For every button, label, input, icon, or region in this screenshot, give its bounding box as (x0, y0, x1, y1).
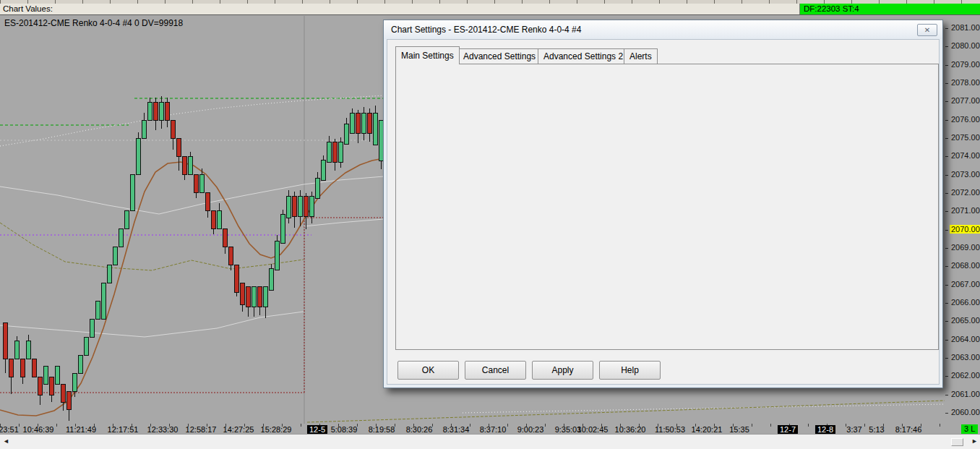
time-axis-label: 23:51 (0, 425, 19, 434)
price-tick (945, 46, 948, 47)
price-tick (945, 266, 948, 267)
dialog-titlebar: Chart Settings - ES-201412-CME Renko 4-0… (384, 20, 942, 39)
price-tick (945, 193, 948, 194)
price-scale-label: 2072.00 (950, 188, 980, 197)
price-scale[interactable]: 2081.002080.002079.002078.002077.002076.… (945, 16, 980, 424)
price-scale-label: 2073.00 (950, 170, 980, 179)
price-scale-label: 2067.00 (950, 280, 980, 288)
price-tick (945, 138, 948, 139)
close-icon[interactable]: ✕ (917, 24, 937, 36)
chart-values-label: Chart Values: (3, 4, 53, 13)
time-axis-label: 12:17:51 (108, 425, 139, 434)
price-scale-label: 2060.00 (950, 408, 980, 416)
price-tick (945, 101, 948, 102)
price-scale-label: 2076.00 (950, 115, 980, 124)
time-axis-label: 8:17:46 (895, 425, 922, 434)
last-price-label: 2070.00 (950, 225, 980, 234)
dialog-title: Chart Settings - ES-201412-CME Renko 4-0… (391, 25, 581, 35)
time-axis: 3 L 23:5110:46:3911:21:4912:17:5112:33:3… (0, 424, 980, 434)
dialog-client-area: Main Settings Advanced Settings Advanced… (387, 39, 940, 385)
time-axis-label: 15:35 (729, 425, 749, 434)
price-scale-label: 2064.00 (950, 335, 980, 343)
tab-alerts[interactable]: Alerts (624, 48, 658, 64)
olive-bottom (307, 401, 945, 422)
scrollbar-thumb[interactable] (951, 438, 963, 446)
lightgray-ma-3 (304, 219, 384, 226)
price-scale-label: 2061.00 (950, 390, 980, 398)
time-axis-label: 8:37:10 (480, 425, 507, 434)
price-tick (945, 120, 948, 121)
price-scale-label: 2062.00 (950, 371, 980, 380)
tab-main-settings[interactable]: Main Settings (395, 46, 460, 64)
horizontal-scrollbar[interactable]: ◄ ► (0, 434, 980, 449)
price-scale-label: 2071.00 (950, 206, 980, 215)
price-tick (945, 248, 948, 249)
price-tick (945, 211, 948, 212)
price-tick (945, 156, 948, 157)
price-scale-label: 2068.00 (950, 261, 980, 270)
time-axis-label: 10:46:39 (23, 425, 54, 434)
time-axis-label: 15:28:29 (261, 425, 292, 434)
price-scale-label: 2081.00 (950, 23, 980, 32)
tab-advanced-settings-2[interactable]: Advanced Settings 2 (538, 48, 629, 64)
time-axis-date-label: 12-8 (815, 425, 835, 434)
time-axis-label: 11:21:49 (66, 425, 96, 434)
scroll-right-icon[interactable]: ► (971, 437, 978, 445)
price-tick (945, 28, 948, 29)
time-axis-label: 9:00:23 (517, 425, 544, 434)
chart-values-bar: Chart Values: DF:22303 ST:4 (0, 4, 980, 15)
time-axis-label: 10:36:20 (615, 425, 646, 434)
tab-pane (395, 64, 939, 350)
data-feed-status: DF:22303 ST:4 (799, 4, 980, 14)
status-text: DF:22303 ST:4 (804, 4, 859, 13)
price-tick (945, 413, 948, 414)
time-axis-label: 14:27:25 (223, 425, 254, 434)
time-axis-label: 3:37 (846, 425, 861, 434)
price-tick (945, 376, 948, 377)
time-axis-date-label: 12-5 (307, 425, 327, 434)
price-scale-label: 2066.00 (950, 298, 980, 307)
lightgray-ma-2 (0, 312, 304, 337)
scroll-left-icon[interactable]: ◄ (3, 437, 9, 445)
price-tick (945, 83, 948, 84)
price-scale-label: 2079.00 (950, 60, 980, 69)
time-axis-label: 14:20:21 (692, 425, 723, 434)
time-axis-label: 8:19:58 (369, 425, 395, 434)
time-axis-date-label: 12-7 (778, 425, 798, 434)
apply-button[interactable]: Apply (532, 361, 593, 380)
time-axis-label: 10:02:45 (577, 425, 609, 434)
chart-title: ES-201412-CME Renko 4-0-4 #4 0 DV=99918 (4, 18, 183, 28)
price-scale-label: 2063.00 (950, 353, 980, 362)
ok-button[interactable]: OK (397, 361, 459, 380)
time-axis-label: 12:58:17 (186, 425, 217, 434)
time-axis-label: 5:13 (869, 425, 884, 434)
white-dotted-lower (463, 404, 945, 413)
price-scale-label: 2078.00 (950, 78, 980, 87)
price-scale-label: 2074.00 (950, 151, 980, 160)
time-axis-label: 5:08:39 (331, 425, 358, 434)
time-axis-label: 8:30:26 (406, 425, 433, 434)
connection-badge: 3 L (961, 424, 978, 434)
price-tick (945, 321, 948, 322)
price-tick (945, 303, 948, 304)
lightgray-ma-1 (0, 176, 384, 214)
price-tick (945, 395, 948, 395)
application-window: Chart Values: DF:22303 ST:4 ES-201412-CM… (0, 0, 980, 449)
help-button[interactable]: Help (599, 361, 661, 380)
price-tick (945, 340, 948, 341)
renko-bricks (4, 96, 384, 421)
price-scale-label: 2075.00 (950, 133, 980, 142)
price-scale-label: 2077.00 (950, 96, 980, 105)
price-scale-label: 2069.00 (950, 243, 980, 252)
price-scale-label: 2065.00 (950, 316, 980, 325)
time-axis-label: 11:50:53 (655, 425, 685, 434)
price-tick (945, 358, 948, 359)
tab-advanced-settings[interactable]: Advanced Settings (457, 48, 541, 64)
price-tick (945, 175, 948, 176)
time-axis-label: 12:33:30 (147, 425, 179, 434)
white-dotted-upper (0, 95, 384, 146)
price-tick (945, 65, 948, 66)
price-scale-label: 2080.00 (950, 41, 980, 50)
time-axis-label: 8:31:34 (443, 425, 470, 434)
cancel-button[interactable]: Cancel (465, 361, 526, 380)
